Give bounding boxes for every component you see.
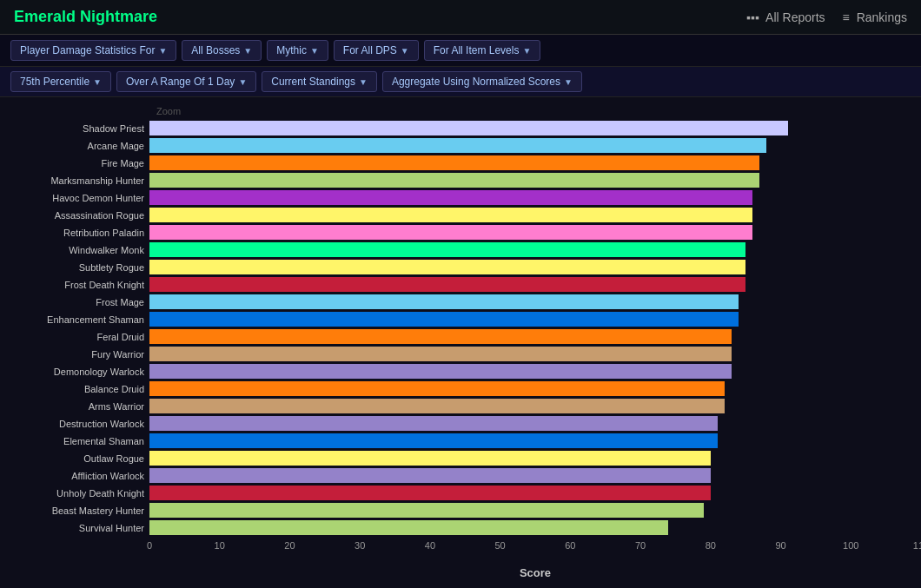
- bar-row: Frost Mage: [0, 294, 921, 310]
- bar-track-wrapper: [149, 347, 921, 361]
- bar-track-wrapper: [149, 381, 921, 396]
- bar-track-wrapper: [149, 364, 921, 379]
- x-tick: 40: [425, 540, 435, 551]
- bar-track-wrapper: [149, 121, 921, 135]
- rankings-link[interactable]: ≡ Rankings: [843, 10, 907, 24]
- dropdown-arrow: ▼: [401, 46, 409, 56]
- x-tick: 90: [775, 540, 785, 551]
- bar-track: [149, 312, 921, 327]
- bar-row: Elemental Shaman: [0, 433, 921, 449]
- bar-row: Windwalker Monk: [0, 241, 921, 258]
- x-tick: 80: [706, 540, 716, 551]
- bar-row: Enhancement Shaman: [0, 311, 921, 327]
- bar-row: Beast Mastery Hunter: [0, 502, 921, 519]
- all-reports-link[interactable]: ▪▪▪ All Reports: [746, 10, 825, 24]
- bar-track-wrapper: [149, 190, 921, 205]
- x-axis: 0102030405060708090100110: [0, 537, 921, 565]
- all-bosses-btn[interactable]: All Bosses ▼: [182, 40, 262, 61]
- bar-row: Arcane Mage: [0, 137, 921, 154]
- bar-row: Unholy Death Knight: [0, 485, 921, 501]
- bar-label: Frost Death Knight: [0, 280, 149, 290]
- bar-fill: [149, 399, 725, 413]
- bar-row: Frost Death Knight: [0, 276, 921, 293]
- page-title: Emerald Nightmare: [14, 8, 157, 26]
- bar-track-wrapper: [149, 416, 921, 431]
- bar-fill: [149, 138, 766, 153]
- bar-track-wrapper: [149, 520, 921, 535]
- bar-row: Havoc Demon Hunter: [0, 189, 921, 206]
- bar-label: Havoc Demon Hunter: [0, 193, 149, 203]
- bar-row: Balance Druid: [0, 380, 921, 397]
- bar-label: Balance Druid: [0, 384, 149, 394]
- bar-track: [149, 225, 921, 240]
- bar-label: Unholy Death Knight: [0, 488, 149, 499]
- bar-track-wrapper: [149, 294, 921, 309]
- bar-label: Retribution Paladin: [0, 228, 149, 238]
- bar-label: Subtlety Rogue: [0, 262, 149, 273]
- bar-row: Subtlety Rogue: [0, 259, 921, 275]
- bar-label: Fire Mage: [0, 158, 149, 168]
- dropdown-arrow: ▼: [310, 46, 319, 56]
- bar-fill: [149, 486, 711, 500]
- bar-row: Survival Hunter: [0, 519, 921, 536]
- bar-label: Fury Warrior: [0, 349, 149, 360]
- bar-fill: [149, 520, 668, 535]
- toolbar2: 75th Percentile ▼ Over A Range Of 1 Day …: [0, 67, 921, 97]
- rankings-icon: ≡: [843, 10, 850, 24]
- bar-track: [149, 399, 921, 413]
- bar-track-wrapper: [149, 486, 921, 500]
- bar-track: [149, 347, 921, 361]
- bar-fill: [149, 121, 788, 135]
- x-tick: 50: [495, 540, 506, 551]
- bar-row: Arms Warrior: [0, 398, 921, 414]
- bar-row: Assassination Rogue: [0, 207, 921, 223]
- grid-icon: ▪▪▪: [746, 10, 759, 24]
- x-tick: 0: [147, 540, 152, 551]
- time-range-btn[interactable]: Over A Range Of 1 Day ▼: [116, 71, 256, 92]
- bar-fill: [149, 312, 739, 327]
- bar-track-wrapper: [149, 451, 921, 466]
- for-all-dps-btn[interactable]: For All DPS ▼: [334, 40, 419, 61]
- bar-row: Fury Warrior: [0, 346, 921, 362]
- bar-row: Marksmanship Hunter: [0, 172, 921, 188]
- bar-track-wrapper: [149, 433, 921, 448]
- bar-track-wrapper: [149, 225, 921, 240]
- mythic-btn[interactable]: Mythic ▼: [267, 40, 328, 61]
- x-axis-title: Score: [149, 565, 921, 579]
- bar-fill: [149, 381, 725, 396]
- bar-track: [149, 468, 921, 483]
- x-tick: 30: [354, 540, 365, 551]
- bar-label: Elemental Shaman: [0, 436, 149, 446]
- standings-btn[interactable]: Current Standings ▼: [262, 71, 377, 92]
- bar-label: Destruction Warlock: [0, 419, 149, 429]
- dropdown-arrow: ▼: [93, 77, 102, 87]
- bar-fill: [149, 364, 732, 379]
- item-levels-btn[interactable]: For All Item Levels ▼: [424, 40, 541, 61]
- bar-label: Beast Mastery Hunter: [0, 505, 149, 516]
- bar-track-wrapper: [149, 503, 921, 518]
- bar-track-wrapper: [149, 312, 921, 327]
- bar-fill: [149, 451, 711, 466]
- bar-fill: [149, 433, 718, 448]
- bar-label: Assassination Rogue: [0, 210, 149, 221]
- bar-track: [149, 451, 921, 466]
- x-tick: 20: [284, 540, 295, 551]
- bar-track: [149, 381, 921, 396]
- damage-stats-btn[interactable]: Player Damage Statistics For ▼: [10, 40, 176, 61]
- bar-chart: Shadow PriestArcane MageFire MageMarksma…: [0, 120, 921, 537]
- bar-track-wrapper: [149, 173, 921, 188]
- bar-fill: [149, 294, 739, 309]
- bar-track: [149, 190, 921, 205]
- bar-fill: [149, 503, 704, 518]
- aggregate-btn[interactable]: Aggregate Using Normalized Scores ▼: [382, 71, 582, 92]
- bar-track: [149, 520, 921, 535]
- bar-track: [149, 364, 921, 379]
- dropdown-arrow: ▼: [564, 77, 573, 87]
- bar-fill: [149, 173, 759, 188]
- x-tick: 70: [635, 540, 646, 551]
- bar-label: Arms Warrior: [0, 401, 149, 412]
- bar-track-wrapper: [149, 138, 921, 153]
- bar-track: [149, 138, 921, 153]
- percentile-btn[interactable]: 75th Percentile ▼: [10, 71, 111, 92]
- bar-track: [149, 433, 921, 448]
